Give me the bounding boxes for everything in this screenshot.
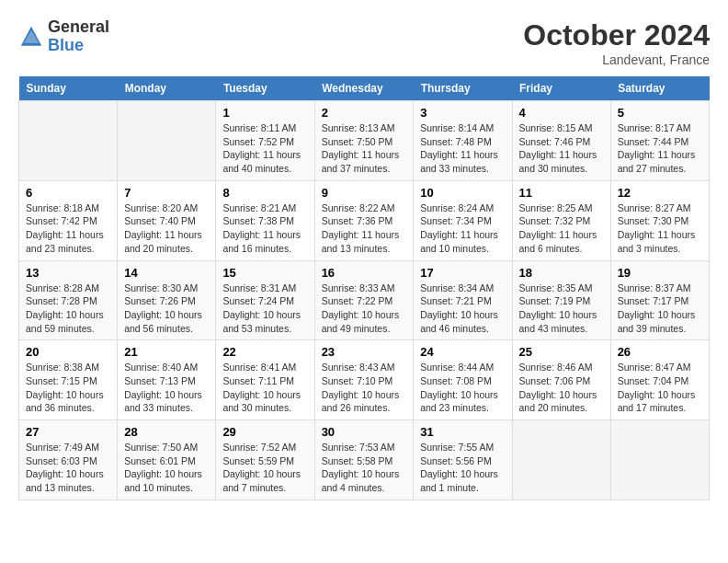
calendar-cell: 30Sunrise: 7:53 AMSunset: 5:58 PMDayligh… <box>314 420 414 500</box>
calendar-cell: 2Sunrise: 8:13 AMSunset: 7:50 PMDaylight… <box>314 101 414 181</box>
day-info: Sunrise: 8:14 AMSunset: 7:48 PMDaylight:… <box>420 122 498 174</box>
day-number: 16 <box>322 266 407 280</box>
calendar-table: SundayMondayTuesdayWednesdayThursdayFrid… <box>18 76 710 500</box>
day-info: Sunrise: 8:28 AMSunset: 7:28 PMDaylight:… <box>26 282 104 334</box>
day-info: Sunrise: 8:25 AMSunset: 7:32 PMDaylight:… <box>519 202 597 254</box>
calendar-cell <box>512 420 610 500</box>
day-info: Sunrise: 8:11 AMSunset: 7:52 PMDaylight:… <box>222 122 301 174</box>
calendar-cell: 6Sunrise: 8:18 AMSunset: 7:42 PMDaylight… <box>19 180 118 260</box>
day-number: 22 <box>222 345 307 359</box>
calendar-cell: 31Sunrise: 7:55 AMSunset: 5:56 PMDayligh… <box>414 420 512 500</box>
day-number: 17 <box>420 266 505 280</box>
day-info: Sunrise: 7:53 AMSunset: 5:58 PMDaylight:… <box>322 442 400 493</box>
calendar-cell: 13Sunrise: 8:28 AMSunset: 7:28 PMDayligh… <box>19 260 118 340</box>
calendar-week-2: 6Sunrise: 8:18 AMSunset: 7:42 PMDaylight… <box>19 180 710 260</box>
day-number: 10 <box>420 186 505 200</box>
page-header: General Blue October 2024 Landevant, Fra… <box>18 18 710 67</box>
day-info: Sunrise: 7:50 AMSunset: 6:01 PMDaylight:… <box>124 442 202 493</box>
day-number: 4 <box>519 106 604 120</box>
day-number: 9 <box>322 186 407 200</box>
day-number: 26 <box>618 345 702 359</box>
calendar-cell: 29Sunrise: 7:52 AMSunset: 5:59 PMDayligh… <box>216 420 314 500</box>
day-info: Sunrise: 8:30 AMSunset: 7:26 PMDaylight:… <box>124 282 202 334</box>
day-info: Sunrise: 8:40 AMSunset: 7:13 PMDaylight:… <box>124 362 202 413</box>
logo-blue: Blue <box>48 37 109 55</box>
calendar-cell: 4Sunrise: 8:15 AMSunset: 7:46 PMDaylight… <box>512 101 610 181</box>
day-info: Sunrise: 8:38 AMSunset: 7:15 PMDaylight:… <box>26 362 104 413</box>
day-info: Sunrise: 8:47 AMSunset: 7:04 PMDaylight:… <box>618 362 696 413</box>
day-info: Sunrise: 8:41 AMSunset: 7:11 PMDaylight:… <box>222 362 301 413</box>
calendar-cell: 1Sunrise: 8:11 AMSunset: 7:52 PMDaylight… <box>216 101 314 181</box>
day-header-tuesday: Tuesday <box>216 76 314 101</box>
day-info: Sunrise: 8:24 AMSunset: 7:34 PMDaylight:… <box>420 202 498 254</box>
day-info: Sunrise: 8:46 AMSunset: 7:06 PMDaylight:… <box>519 362 597 413</box>
day-info: Sunrise: 8:17 AMSunset: 7:44 PMDaylight:… <box>618 122 696 174</box>
day-info: Sunrise: 8:43 AMSunset: 7:10 PMDaylight:… <box>322 362 400 413</box>
calendar-cell: 20Sunrise: 8:38 AMSunset: 7:15 PMDayligh… <box>19 340 118 420</box>
day-number: 2 <box>322 106 407 120</box>
day-number: 13 <box>26 266 110 280</box>
calendar-cell: 18Sunrise: 8:35 AMSunset: 7:19 PMDayligh… <box>512 260 610 340</box>
calendar-cell: 12Sunrise: 8:27 AMSunset: 7:30 PMDayligh… <box>610 180 709 260</box>
day-number: 24 <box>420 345 505 359</box>
day-info: Sunrise: 7:52 AMSunset: 5:59 PMDaylight:… <box>222 442 301 493</box>
day-info: Sunrise: 8:37 AMSunset: 7:17 PMDaylight:… <box>618 282 696 334</box>
subtitle: Landevant, France <box>523 52 710 67</box>
title-block: October 2024 Landevant, France <box>523 18 710 67</box>
calendar-cell: 14Sunrise: 8:30 AMSunset: 7:26 PMDayligh… <box>118 260 216 340</box>
day-header-monday: Monday <box>118 76 216 101</box>
day-number: 18 <box>519 266 604 280</box>
day-info: Sunrise: 8:22 AMSunset: 7:36 PMDaylight:… <box>322 202 400 254</box>
calendar-cell: 24Sunrise: 8:44 AMSunset: 7:08 PMDayligh… <box>414 340 512 420</box>
calendar-cell: 15Sunrise: 8:31 AMSunset: 7:24 PMDayligh… <box>216 260 314 340</box>
day-info: Sunrise: 8:18 AMSunset: 7:42 PMDaylight:… <box>26 202 104 254</box>
calendar-cell: 27Sunrise: 7:49 AMSunset: 6:03 PMDayligh… <box>19 420 118 500</box>
day-number: 1 <box>222 106 307 120</box>
calendar-cell: 9Sunrise: 8:22 AMSunset: 7:36 PMDaylight… <box>314 180 414 260</box>
calendar-cell: 23Sunrise: 8:43 AMSunset: 7:10 PMDayligh… <box>314 340 414 420</box>
calendar-cell: 26Sunrise: 8:47 AMSunset: 7:04 PMDayligh… <box>610 340 709 420</box>
main-title: October 2024 <box>523 18 710 52</box>
day-number: 25 <box>519 345 604 359</box>
day-info: Sunrise: 8:44 AMSunset: 7:08 PMDaylight:… <box>420 362 498 413</box>
day-number: 6 <box>26 186 110 200</box>
calendar-cell: 17Sunrise: 8:34 AMSunset: 7:21 PMDayligh… <box>414 260 512 340</box>
calendar-cell <box>118 101 216 181</box>
day-info: Sunrise: 7:49 AMSunset: 6:03 PMDaylight:… <box>26 442 104 493</box>
calendar-week-1: 1Sunrise: 8:11 AMSunset: 7:52 PMDaylight… <box>19 101 710 181</box>
calendar-cell: 22Sunrise: 8:41 AMSunset: 7:11 PMDayligh… <box>216 340 314 420</box>
day-header-saturday: Saturday <box>610 76 709 101</box>
day-number: 20 <box>26 345 110 359</box>
calendar-cell: 10Sunrise: 8:24 AMSunset: 7:34 PMDayligh… <box>414 180 512 260</box>
day-number: 29 <box>222 425 307 439</box>
day-info: Sunrise: 8:21 AMSunset: 7:38 PMDaylight:… <box>222 202 301 254</box>
logo-text: General Blue <box>48 18 109 55</box>
day-info: Sunrise: 8:27 AMSunset: 7:30 PMDaylight:… <box>618 202 696 254</box>
logo: General Blue <box>18 18 109 55</box>
calendar-cell: 3Sunrise: 8:14 AMSunset: 7:48 PMDaylight… <box>414 101 512 181</box>
day-info: Sunrise: 8:15 AMSunset: 7:46 PMDaylight:… <box>519 122 597 174</box>
day-number: 5 <box>618 106 702 120</box>
day-info: Sunrise: 8:20 AMSunset: 7:40 PMDaylight:… <box>124 202 202 254</box>
day-header-thursday: Thursday <box>414 76 512 101</box>
day-number: 30 <box>322 425 407 439</box>
day-number: 7 <box>124 186 209 200</box>
day-header-wednesday: Wednesday <box>314 76 414 101</box>
calendar-cell <box>610 420 709 500</box>
day-number: 15 <box>222 266 307 280</box>
calendar-cell: 16Sunrise: 8:33 AMSunset: 7:22 PMDayligh… <box>314 260 414 340</box>
calendar-cell <box>19 101 118 181</box>
day-number: 14 <box>124 266 209 280</box>
calendar-cell: 28Sunrise: 7:50 AMSunset: 6:01 PMDayligh… <box>118 420 216 500</box>
day-number: 12 <box>618 186 702 200</box>
day-number: 8 <box>222 186 307 200</box>
calendar-cell: 5Sunrise: 8:17 AMSunset: 7:44 PMDaylight… <box>610 101 709 181</box>
calendar-cell: 8Sunrise: 8:21 AMSunset: 7:38 PMDaylight… <box>216 180 314 260</box>
day-header-sunday: Sunday <box>19 76 118 101</box>
day-number: 19 <box>618 266 702 280</box>
calendar-week-5: 27Sunrise: 7:49 AMSunset: 6:03 PMDayligh… <box>19 420 710 500</box>
day-number: 28 <box>124 425 209 439</box>
calendar-cell: 19Sunrise: 8:37 AMSunset: 7:17 PMDayligh… <box>610 260 709 340</box>
calendar-cell: 11Sunrise: 8:25 AMSunset: 7:32 PMDayligh… <box>512 180 610 260</box>
calendar-cell: 7Sunrise: 8:20 AMSunset: 7:40 PMDaylight… <box>118 180 216 260</box>
